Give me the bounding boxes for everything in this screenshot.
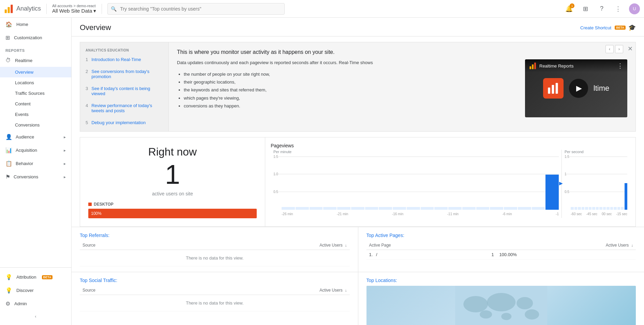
pageviews-charts: Per minute 1.5 1.0 0.5 [271, 150, 630, 218]
edu-step-4-link[interactable]: Review performance of today's tweets and… [91, 103, 163, 113]
apps-button[interactable]: ⊞ [580, 3, 591, 14]
svg-rect-0 [5, 9, 7, 13]
sidebar-item-attribution[interactable]: 💡 Attribution BETA [0, 270, 71, 284]
expand-icon: ▸ [64, 135, 66, 139]
per-minute-label: Per minute [273, 150, 291, 154]
sidebar-item-realtime[interactable]: ⏱ Realtime [0, 54, 71, 67]
bullet-5: conversions as they happen. [184, 102, 517, 110]
table-row: There is no data for this view. [80, 250, 350, 266]
step-num-1: 1 [86, 57, 88, 62]
sidebar-sub-content[interactable]: Content [0, 99, 71, 109]
video-menu-icon[interactable]: ⋮ [617, 62, 623, 70]
sidebar-item-audience[interactable]: 👤 Audience ▸ [0, 130, 71, 144]
sidebar-sub-events[interactable]: Events [0, 109, 71, 120]
breadcrumb: All accounts > demo-react [52, 4, 96, 8]
search-bar[interactable]: 🔍 [107, 3, 285, 15]
edu-step-2-link[interactable]: See conversions from today's promotion [91, 69, 163, 79]
notification-badge: 1 [570, 3, 574, 8]
edu-step-1-link[interactable]: Introduction to Real-Time [91, 57, 141, 62]
page-row-users: 1 100.00% [489, 250, 636, 260]
shortcut-beta-badge: BETA [615, 26, 626, 30]
svg-point-11 [487, 293, 515, 311]
sidebar-item-behavior[interactable]: 📋 Behavior ▸ [0, 157, 71, 170]
svg-rect-1 [8, 7, 10, 13]
video-ga-logo [547, 82, 559, 94]
education-nav: ‹ › [605, 45, 623, 53]
pageviews-title: Pageviews [271, 143, 630, 148]
topbar-right: 🔔 1 ⊞ ? ⋮ U [564, 3, 640, 14]
chart-area-minute: 1.5 1.0 0.5 [273, 157, 559, 210]
svg-rect-7 [552, 85, 554, 94]
bar-s-15 [621, 207, 624, 210]
education-body-text: Data updates continuously and each pagev… [177, 59, 517, 66]
sidebar-item-home[interactable]: 🏠 Home [0, 18, 71, 31]
avatar[interactable]: U [629, 3, 640, 14]
reports-section-label: REPORTS [0, 44, 71, 54]
device-breakdown: DESKTOP 100% [88, 202, 257, 218]
sidebar-item-customization-label: Customization [14, 35, 42, 40]
edu-step-5-link[interactable]: Debug your implementation [91, 120, 146, 125]
pages-users-col: Active Users ↓ [489, 241, 636, 250]
bullet-3: the keywords and sites that referred the… [184, 86, 517, 94]
attribution-beta-badge: BETA [42, 275, 53, 279]
sidebar-item-admin[interactable]: ⚙ Admin [0, 297, 71, 310]
page-header: Overview Create Shortcut BETA 🎓 [72, 18, 644, 36]
education-close-button[interactable]: ✕ [628, 45, 633, 53]
sidebar-nav: 🏠 Home ⊞ Customization REPORTS ⏱ Realtim… [0, 18, 71, 267]
edu-step-3-link[interactable]: See if today's content is being viewed [91, 86, 163, 96]
social-users-col: Active Users ↓ [177, 286, 350, 295]
conversions-icon: ⚑ [5, 174, 10, 180]
per-second-chart: Per second 1.5 1 0.5 [562, 150, 630, 218]
help-button[interactable]: ? [596, 3, 607, 14]
desktop-dot [88, 203, 92, 206]
x-label-21: -21 min [337, 212, 348, 216]
admin-label: Admin [14, 301, 27, 306]
bar-m-2 [296, 207, 309, 210]
sidebar-item-acquisition[interactable]: 📊 Acquisition ▸ [0, 144, 71, 157]
edu-step-2[interactable]: 2 See conversions from today's promotion [80, 65, 168, 83]
video-thumbnail[interactable]: Realtime Reports ⋮ [525, 59, 627, 117]
search-input[interactable] [107, 3, 285, 15]
x-labels-minute: -26 min -21 min -16 min -11 min -6 min -… [282, 212, 559, 216]
sidebar-item-discover[interactable]: 💡 Discover [0, 284, 71, 297]
account-selector[interactable]: All accounts > demo-react All Web Site D… [52, 4, 96, 14]
more-options-button[interactable]: ⋮ [613, 3, 624, 14]
video-logo-icon [529, 62, 537, 70]
realtime-section: Right now 1 active users on site DESKTOP… [72, 137, 644, 227]
sidebar-sub-overview[interactable]: Overview [0, 67, 71, 77]
map-placeholder [366, 286, 636, 325]
x-label-15sec: -15 sec [616, 212, 627, 216]
collapse-sidebar-button[interactable]: ‹ [0, 310, 71, 322]
top-referrals-title[interactable]: Top Referrals: [80, 233, 350, 238]
create-shortcut-link[interactable]: Create Shortcut [580, 25, 611, 30]
edu-step-3[interactable]: 3 See if today's content is being viewed [80, 83, 168, 100]
education-box: ANALYTICS EDUCATION 1 Introduction to Re… [80, 42, 636, 132]
sidebar-sub-locations[interactable]: Locations [0, 77, 71, 88]
edu-step-1[interactable]: 1 Introduction to Real-Time [80, 54, 168, 65]
svg-rect-4 [532, 64, 534, 69]
admin-icon: ⚙ [5, 300, 10, 307]
dropdown-arrow-icon: ▾ [93, 8, 96, 14]
bar-s-4 [582, 207, 585, 210]
step-num-5: 5 [86, 120, 88, 125]
sidebar-sub-traffic-sources[interactable]: Traffic Sources [0, 88, 71, 99]
edu-step-5[interactable]: 5 Debug your implementation [80, 117, 168, 129]
bullet-4: which pages they're viewing, [184, 94, 517, 102]
svg-rect-5 [534, 62, 536, 69]
sidebar-sub-conversions[interactable]: Conversions [0, 120, 71, 130]
top-social-title[interactable]: Top Social Traffic: [80, 278, 350, 283]
top-active-pages-title[interactable]: Top Active Pages: [366, 233, 636, 238]
edu-prev-button[interactable]: ‹ [605, 45, 614, 53]
notifications-button[interactable]: 🔔 1 [564, 3, 574, 14]
main-layout: 🏠 Home ⊞ Customization REPORTS ⏱ Realtim… [0, 18, 644, 325]
sidebar-item-conversions[interactable]: ⚑ Conversions ▸ [0, 170, 71, 183]
edu-step-4[interactable]: 4 Review performance of today's tweets a… [80, 100, 168, 117]
bar-m-10 [407, 207, 420, 210]
bar-m-17 [504, 207, 517, 210]
bar-m-12 [434, 207, 448, 210]
account-name[interactable]: All Web Site Data ▾ [52, 8, 96, 14]
sidebar-item-customization[interactable]: ⊞ Customization [0, 31, 71, 44]
top-locations-title[interactable]: Top Locations: [366, 278, 636, 283]
video-play-button[interactable] [569, 79, 588, 98]
edu-next-button[interactable]: › [615, 45, 623, 53]
